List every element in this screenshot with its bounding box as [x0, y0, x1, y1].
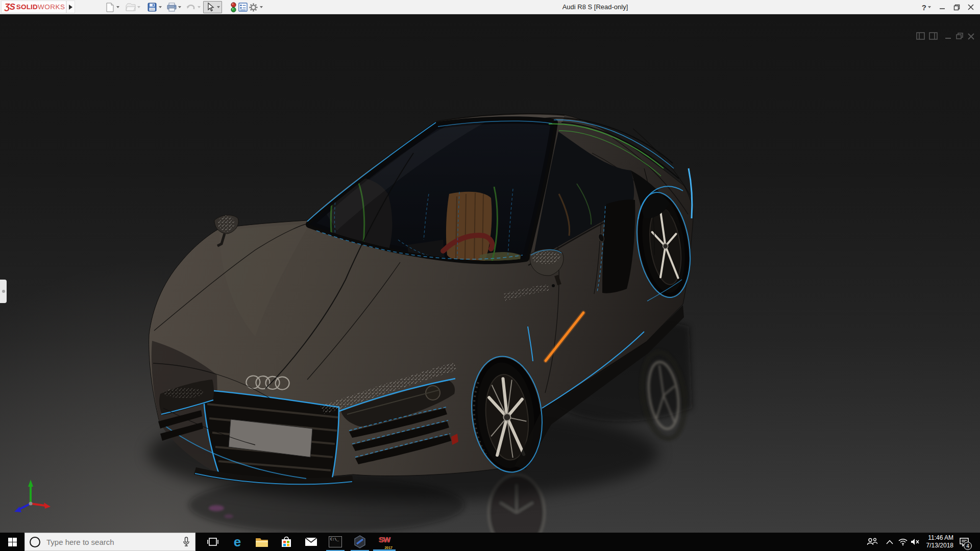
- hidden-icons-button[interactable]: [883, 533, 896, 551]
- store-icon: [281, 536, 292, 548]
- new-document-icon: [105, 2, 115, 12]
- document-window-controls: [916, 32, 974, 42]
- print-icon: [166, 2, 177, 12]
- new-document-button[interactable]: [105, 1, 119, 13]
- clock-time: 11:46 AM: [919, 534, 953, 542]
- mail-button[interactable]: [299, 533, 323, 551]
- taskbar-search[interactable]: [24, 533, 195, 551]
- minimize-button[interactable]: [935, 0, 949, 14]
- ds-logo-mark: ƷS: [5, 2, 15, 12]
- file-properties-icon: [238, 2, 248, 12]
- doc-restore-button[interactable]: [956, 33, 964, 42]
- model-canvas[interactable]: [0, 14, 980, 533]
- front-grille[interactable]: [203, 390, 339, 483]
- command-prompt-icon: C:\_: [329, 536, 342, 547]
- notification-badge[interactable]: 4: [964, 542, 972, 550]
- undo-button: [186, 1, 201, 13]
- pane-toggle-left-icon[interactable]: [916, 32, 925, 42]
- network-button[interactable]: [896, 533, 910, 551]
- doc-close-button[interactable]: [968, 33, 974, 42]
- feature-panel-tab[interactable]: [0, 280, 7, 303]
- people-icon: [867, 538, 878, 546]
- expand-arrow-icon: [69, 5, 72, 10]
- close-button[interactable]: [964, 0, 978, 14]
- pane-toggle-right-icon[interactable]: [929, 32, 938, 42]
- dropdown-caret[interactable]: [159, 6, 162, 8]
- solidworks-logo[interactable]: ƷS SOLID WORKS: [1, 1, 66, 13]
- select-cursor-icon: [205, 2, 215, 12]
- save-floppy-icon: [147, 2, 157, 12]
- save-button[interactable]: [147, 1, 162, 13]
- store-button[interactable]: [274, 533, 299, 551]
- microphone-icon[interactable]: [183, 537, 190, 547]
- app-titlebar: ƷS SOLID WORKS: [0, 0, 980, 14]
- windows-taskbar: e C:\_ SW 2017: [0, 533, 980, 551]
- solidworks-taskbar-button[interactable]: SW 2017: [372, 533, 397, 551]
- file-explorer-button[interactable]: [250, 533, 274, 551]
- select-tool-button[interactable]: [203, 1, 222, 13]
- logo-text-works: WORKS: [38, 3, 65, 11]
- desktop: { "app": { "titlebar": { "logo_mark": "Ʒ…: [0, 0, 980, 551]
- solidworks-2017-icon: SW 2017: [377, 535, 392, 548]
- open-folder-icon: [126, 2, 136, 12]
- people-button[interactable]: [865, 533, 880, 551]
- document-title: Audi R8 S [Read-only]: [562, 3, 628, 11]
- graphics-viewport[interactable]: *Dimetric: [0, 14, 980, 533]
- restore-button[interactable]: [949, 0, 964, 14]
- file-properties-button[interactable]: [238, 1, 248, 13]
- magenta-reflection: [209, 505, 224, 511]
- help-dropdown-caret[interactable]: [928, 6, 931, 8]
- task-view-button[interactable]: [201, 533, 225, 551]
- search-input[interactable]: [45, 537, 183, 547]
- edrawings-hexagon-icon: [353, 535, 366, 548]
- windows-logo-icon: [8, 538, 17, 546]
- keyhole: [552, 284, 555, 287]
- options-button[interactable]: [248, 1, 263, 13]
- doc-minimize-button[interactable]: [945, 33, 952, 42]
- undo-icon: [186, 2, 196, 12]
- logo-text-solid: SOLID: [16, 3, 38, 11]
- dropdown-caret[interactable]: [116, 6, 119, 8]
- dropdown-caret[interactable]: [217, 6, 220, 8]
- chevron-up-icon: [886, 540, 893, 544]
- dropdown-caret[interactable]: [178, 6, 181, 8]
- rebuild-trafficlight-icon: [228, 2, 238, 12]
- menu-expand-button[interactable]: [66, 1, 75, 13]
- mail-icon: [305, 537, 317, 546]
- edrawings-button[interactable]: [348, 533, 372, 551]
- start-button[interactable]: [0, 533, 24, 551]
- dropdown-caret: [137, 6, 140, 8]
- dropdown-caret[interactable]: [260, 6, 263, 8]
- taskbar-clock[interactable]: 11:46 AM 7/13/2018: [919, 534, 953, 549]
- rebuild-button[interactable]: [228, 1, 238, 13]
- edge-button[interactable]: e: [225, 533, 250, 551]
- cortana-icon: [30, 537, 40, 547]
- print-button[interactable]: [166, 1, 181, 13]
- gear-icon: [248, 2, 258, 12]
- clock-date: 7/13/2018: [919, 542, 953, 549]
- command-prompt-button[interactable]: C:\_: [323, 533, 348, 551]
- dropdown-caret: [198, 6, 201, 8]
- wifi-icon: [898, 538, 908, 545]
- file-explorer-icon: [255, 537, 268, 547]
- task-view-icon: [207, 537, 218, 546]
- edge-icon: e: [234, 535, 241, 548]
- open-button[interactable]: [126, 1, 140, 13]
- panel-tab-grip: [2, 290, 5, 293]
- help-button[interactable]: ?: [921, 3, 927, 12]
